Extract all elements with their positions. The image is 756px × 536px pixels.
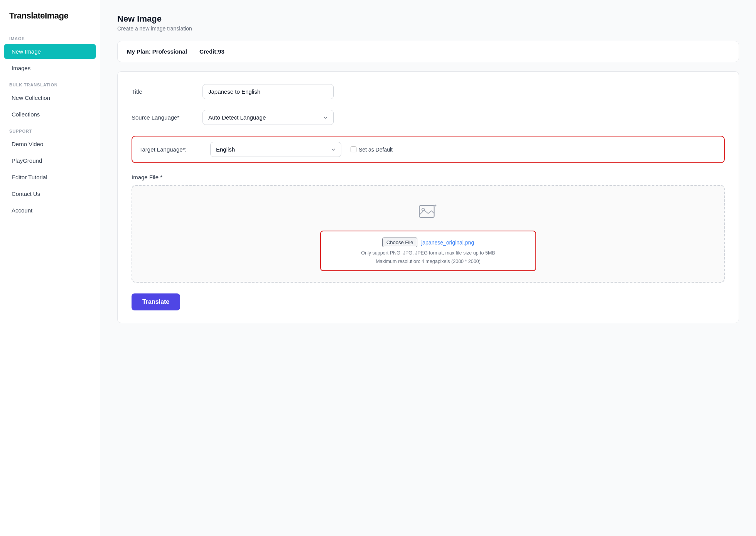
- file-hint-2: Maximum resolution: 4 megapixels (2000 *…: [376, 259, 481, 264]
- choose-file-button[interactable]: Choose File: [382, 238, 417, 247]
- sidebar-item-editor-tutorial[interactable]: Editor Tutorial: [4, 170, 96, 185]
- file-input-top: Choose File japanese_original.png: [382, 238, 474, 247]
- sidebar: TranslateImage IMAGE New Image Images BU…: [0, 0, 100, 536]
- image-file-label: Image File *: [132, 174, 725, 180]
- set-default-label: Set as Default: [359, 147, 393, 153]
- sidebar-item-new-collection[interactable]: New Collection: [4, 90, 96, 105]
- title-label: Title: [132, 88, 193, 95]
- sidebar-item-playground[interactable]: PlayGround: [4, 153, 96, 168]
- svg-text:+: +: [434, 202, 437, 209]
- sidebar-section-image: IMAGE: [0, 30, 100, 43]
- translate-button[interactable]: Translate: [132, 293, 180, 310]
- sidebar-item-images[interactable]: Images: [4, 61, 96, 76]
- sidebar-item-contact-us[interactable]: Contact Us: [4, 186, 96, 201]
- sidebar-item-account[interactable]: Account: [4, 203, 96, 218]
- plan-credit: Credit:93: [199, 48, 224, 55]
- page-title: New Image: [117, 14, 739, 24]
- sidebar-section-bulk: BULK TRANSLATION: [0, 76, 100, 89]
- chosen-file-name: japanese_original.png: [421, 239, 474, 246]
- source-language-row: Source Language* Auto Detect Language Ja…: [132, 110, 725, 125]
- file-input-row: Choose File japanese_original.png Only s…: [320, 231, 536, 271]
- upload-icon-wrap: +: [418, 201, 438, 223]
- app-logo: TranslateImage: [0, 0, 100, 30]
- form-card: Title Source Language* Auto Detect Langu…: [117, 71, 739, 323]
- page-subtitle: Create a new image translation: [117, 25, 739, 32]
- main-content: New Image Create a new image translation…: [100, 0, 756, 536]
- sidebar-item-new-image[interactable]: New Image: [4, 44, 96, 59]
- target-language-row: Target Language*: English Japanese Chine…: [132, 136, 725, 163]
- title-row: Title: [132, 84, 725, 99]
- upload-icon: +: [418, 201, 438, 221]
- source-language-select[interactable]: Auto Detect Language Japanese Chinese Ko…: [202, 110, 334, 125]
- target-language-select[interactable]: English Japanese Chinese Korean Spanish …: [210, 142, 341, 157]
- file-hint-1: Only support PNG, JPG, JPEG format, max …: [361, 250, 495, 256]
- image-file-section: Image File * + Choose File japanese_or: [132, 174, 725, 310]
- image-upload-area[interactable]: + Choose File japanese_original.png Only…: [132, 185, 725, 283]
- sidebar-section-support: SUPPORT: [0, 123, 100, 136]
- source-language-label: Source Language*: [132, 114, 193, 121]
- plan-card: My Plan: Professional Credit:93: [117, 41, 739, 62]
- target-language-label: Target Language*:: [139, 146, 201, 153]
- title-input[interactable]: [202, 84, 334, 99]
- sidebar-item-collections[interactable]: Collections: [4, 107, 96, 122]
- sidebar-item-demo-video[interactable]: Demo Video: [4, 137, 96, 152]
- set-default-wrap: Set as Default: [351, 147, 393, 153]
- plan-label: My Plan: Professional: [127, 48, 187, 55]
- set-default-checkbox[interactable]: [351, 147, 356, 152]
